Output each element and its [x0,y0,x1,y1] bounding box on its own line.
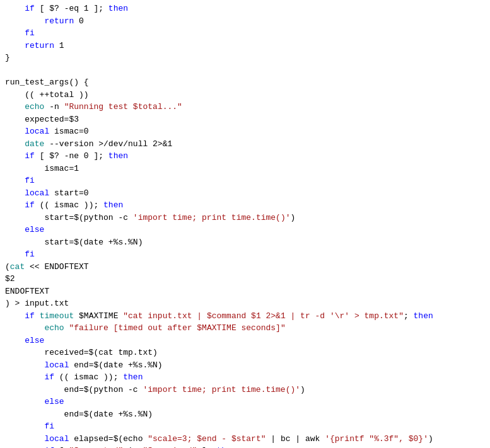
code-display: if [ $? -eq 1 ]; then return 0 fi return… [5,3,485,448]
code-line-1: if [ $? -eq 1 ]; then return 0 fi return… [5,4,433,448]
